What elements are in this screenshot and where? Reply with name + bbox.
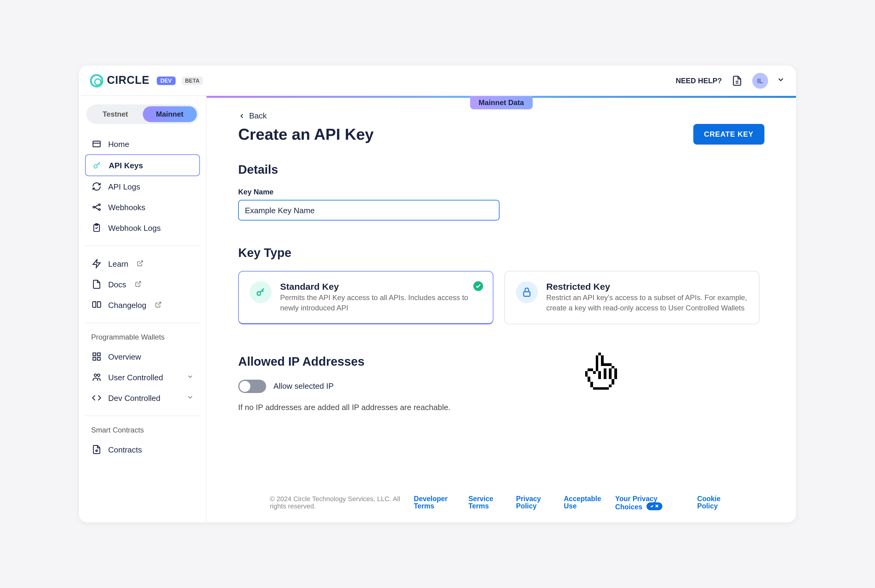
- create-key-button[interactable]: CREATE KEY: [693, 124, 764, 145]
- dev-badge: DEV: [157, 76, 175, 85]
- sidebar-item-label: Home: [108, 140, 129, 148]
- divider: [85, 322, 200, 323]
- contract-icon: [91, 444, 102, 455]
- svg-rect-14: [93, 357, 96, 360]
- svg-marker-7: [93, 260, 100, 268]
- circle-logo-icon: [90, 74, 103, 87]
- sidebar-item-dev-controlled[interactable]: Dev Controlled: [85, 387, 200, 408]
- chevron-left-icon: [238, 112, 246, 119]
- sidebar-item-learn[interactable]: Learn: [85, 253, 200, 274]
- page-title: Create an API Key: [238, 125, 374, 144]
- section-heading-allowed-ip: Allowed IP Addresses: [238, 354, 764, 368]
- sidebar-item-label: API Logs: [108, 182, 140, 191]
- sidebar-item-label: Webhooks: [108, 202, 145, 212]
- footer-link-privacy-policy[interactable]: Privacy Policy: [516, 495, 553, 510]
- external-link-icon: [137, 259, 144, 268]
- key-icon: [92, 160, 103, 171]
- svg-line-9: [137, 281, 140, 284]
- svg-point-17: [96, 450, 97, 452]
- sidebar-item-contracts[interactable]: Contracts: [85, 439, 200, 460]
- copyright-text: © 2024 Circle Technology Services, LLC. …: [270, 495, 414, 510]
- code-icon: [91, 392, 102, 404]
- footer-link-cookie-policy[interactable]: Cookie Policy: [697, 495, 733, 510]
- divider: [85, 245, 200, 246]
- svg-rect-11: [93, 353, 96, 356]
- sidebar-item-docs[interactable]: Docs: [85, 274, 200, 295]
- beta-badge: BETA: [182, 76, 203, 85]
- external-link-icon: [155, 300, 162, 309]
- main-content: Mainnet Data Back Create an API Key CREA…: [207, 96, 796, 522]
- lock-icon: [516, 281, 538, 303]
- section-heading-key-type: Key Type: [238, 246, 764, 260]
- sidebar-item-label: Dev Controlled: [108, 393, 161, 402]
- webhook-icon: [91, 202, 102, 213]
- allow-selected-ip-toggle[interactable]: [238, 380, 266, 393]
- svg-rect-19: [524, 292, 530, 296]
- sidebar-item-webhook-logs[interactable]: Webhook Logs: [85, 218, 200, 238]
- key-name-input[interactable]: [238, 200, 500, 220]
- svg-rect-0: [93, 141, 100, 147]
- topbar: CIRCLE DEV BETA NEED HELP? IL: [79, 66, 796, 96]
- footer: © 2024 Circle Technology Services, LLC. …: [238, 483, 764, 522]
- section-heading-details: Details: [238, 163, 764, 177]
- divider: [85, 416, 200, 416]
- document-icon[interactable]: [730, 74, 744, 87]
- toggle-knob: [239, 381, 250, 392]
- key-type-description: Permits the API Key access to all APIs. …: [280, 293, 482, 313]
- sidebar-item-label: Docs: [108, 280, 126, 289]
- profile-chevron-down-icon[interactable]: [777, 75, 785, 86]
- key-type-card-standard[interactable]: Standard Key Permits the API Key access …: [238, 271, 494, 324]
- privacy-choices-icon: [647, 502, 663, 510]
- env-testnet[interactable]: Testnet: [88, 106, 143, 122]
- need-help-link[interactable]: NEED HELP?: [676, 76, 722, 85]
- sidebar-item-api-logs[interactable]: API Logs: [85, 176, 200, 197]
- sidebar-item-changelog[interactable]: Changelog: [85, 295, 200, 315]
- svg-point-3: [99, 204, 100, 206]
- refresh-icon: [91, 181, 102, 192]
- env-mainnet[interactable]: Mainnet: [143, 106, 197, 122]
- book-icon: [91, 300, 102, 310]
- sidebar: Testnet Mainnet Home API Keys API Logs W…: [79, 96, 207, 522]
- chevron-down-icon: [186, 373, 194, 382]
- env-toggle: Testnet Mainnet: [86, 105, 199, 124]
- footer-link-service-terms[interactable]: Service Terms: [468, 495, 505, 510]
- key-type-title: Standard Key: [280, 281, 482, 292]
- avatar[interactable]: IL: [752, 73, 768, 88]
- sidebar-item-label: Webhook Logs: [108, 223, 161, 232]
- sidebar-item-label: Changelog: [108, 300, 146, 309]
- brand-logo[interactable]: CIRCLE DEV BETA: [90, 74, 203, 87]
- key-name-label: Key Name: [238, 188, 764, 196]
- clipboard-icon: [91, 222, 102, 233]
- svg-line-8: [140, 261, 143, 264]
- external-link-icon: [135, 280, 141, 289]
- key-icon: [250, 281, 272, 303]
- footer-link-acceptable-use[interactable]: Acceptable Use: [564, 495, 604, 510]
- file-icon: [91, 279, 102, 290]
- svg-rect-12: [98, 353, 100, 356]
- sidebar-item-overview[interactable]: Overview: [85, 346, 200, 367]
- footer-link-privacy-choices[interactable]: Your Privacy Choices: [615, 495, 686, 510]
- svg-point-15: [94, 374, 97, 376]
- bolt-icon: [91, 258, 102, 269]
- svg-line-10: [158, 302, 161, 305]
- svg-rect-20: [648, 503, 661, 509]
- svg-rect-13: [98, 357, 100, 360]
- sidebar-item-webhooks[interactable]: Webhooks: [85, 197, 200, 218]
- key-type-card-restricted[interactable]: Restricted Key Restrict an API key's acc…: [504, 271, 759, 324]
- sidebar-item-home[interactable]: Home: [85, 134, 200, 154]
- sidebar-item-api-keys[interactable]: API Keys: [85, 154, 200, 176]
- users-icon: [91, 372, 102, 382]
- toggle-label: Allow selected IP: [273, 381, 333, 391]
- back-button[interactable]: Back: [238, 111, 267, 120]
- chevron-down-icon: [186, 393, 194, 402]
- svg-point-16: [98, 374, 100, 376]
- back-label: Back: [249, 111, 267, 120]
- sidebar-item-label: Overview: [108, 352, 141, 361]
- svg-point-4: [99, 208, 100, 210]
- sidebar-item-label: User Controlled: [108, 373, 163, 382]
- home-icon: [91, 138, 102, 149]
- sidebar-item-user-controlled[interactable]: User Controlled: [85, 367, 200, 387]
- footer-link-developer-terms[interactable]: Developer Terms: [414, 495, 458, 510]
- sidebar-item-label: Learn: [108, 259, 129, 268]
- key-type-description: Restrict an API key's access to a subset…: [546, 293, 748, 313]
